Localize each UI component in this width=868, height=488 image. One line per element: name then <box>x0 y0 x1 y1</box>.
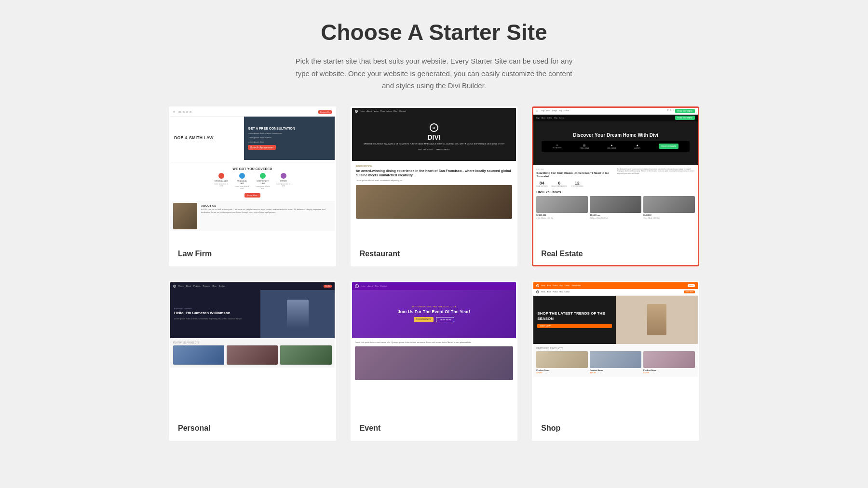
re-prop-1-price: $2,250,000 <box>536 214 588 216</box>
sh-model-image <box>647 304 666 335</box>
card-shop[interactable]: D Home About Product Blog Contact Theme … <box>532 281 699 441</box>
rest-desc-title: An award-winning dining experience in th… <box>356 169 513 177</box>
sh-hero-title: SHOP THE LATEST TRENDS OF THE SEASON <box>537 311 611 321</box>
re-stat-3-label: CITIES COVERED <box>571 185 583 187</box>
re-stats-title: Searching For Your Dream Home Doesn't Ne… <box>536 171 614 179</box>
preview-personal: D Home About Projects Resume Blog Contac… <box>170 282 335 417</box>
preview-event: D Home About Blog Contact SEPTEMBER 5TH,… <box>352 282 516 417</box>
rest-hero-title: DIVI <box>427 133 440 141</box>
re-stat-2-num: 6 <box>558 181 560 185</box>
card-label-shop: Shop <box>533 417 698 439</box>
card-restaurant[interactable]: D Home About Menu Reservations Blog Cont… <box>351 106 518 266</box>
re-stat-3-num: 12 <box>575 181 580 185</box>
rest-desc-text: Lorem ipsum dolor sit amet, consectetur … <box>356 179 513 182</box>
page-subtitle: Pick the starter site that best suits yo… <box>294 55 574 92</box>
card-label-law-firm: Law Firm <box>170 243 335 265</box>
preview-restaurant: D Home About Menu Reservations Blog Cont… <box>352 108 516 243</box>
re-stats-subtitle: LISTING <box>536 168 614 171</box>
page-header: Choose A Starter Site Pick the starter s… <box>169 19 699 92</box>
re-prop-2-details: 2 Offices, 2 Bath, 1,020 Sqft <box>590 217 641 219</box>
re-hero-title: Discover Your Dream Home With Divi <box>573 132 658 138</box>
card-real-estate[interactable]: Logo About Listings Shop Contact FXI FRE… <box>532 106 699 266</box>
card-event[interactable]: D Home About Blog Contact SEPTEMBER 5TH,… <box>351 281 518 441</box>
per-hero-name: Hello, I'm Cameron Williamson <box>174 311 257 316</box>
re-prop-2-price: $6,100 / mo <box>590 214 641 216</box>
re-exclusives-title: Divi Exclusives <box>536 190 695 194</box>
lf-consult: GET A FREE CONSULTATION <box>248 127 330 130</box>
lf-covered-title: WE GOT YOU COVERED <box>173 167 332 171</box>
card-personal[interactable]: D Home About Projects Resume Blog Contac… <box>169 281 336 441</box>
preview-real-estate: Logo About Listings Shop Contact FXI FRE… <box>533 108 698 243</box>
lf-about-title: ABOUT US <box>201 204 330 207</box>
re-prop-1-details: 4 Bed, 3 Baths, 2,650 Sqft <box>536 217 588 219</box>
page-wrapper: Choose A Starter Site Pick the starter s… <box>169 19 699 441</box>
preview-law-firm: Contact Us DOE & SMITH LAW GET A FREE CO… <box>170 108 335 243</box>
preview-shop: D Home About Product Blog Contact Theme … <box>533 282 698 417</box>
card-law-firm[interactable]: Contact Us DOE & SMITH LAW GET A FREE CO… <box>169 106 336 266</box>
re-cta-header: FREE ESTIMATE <box>675 109 695 113</box>
re-stat-1-num: 84 <box>540 181 544 185</box>
ev-hero-badge: SEPTEMBER 5TH, SAN FRANCISCO, CA <box>412 305 456 308</box>
starter-sites-grid: Contact Us DOE & SMITH LAW GET A FREE CO… <box>169 106 699 441</box>
card-label-real-estate: Real Estate <box>533 243 698 265</box>
lf-cta-btn: Book An Appointment <box>248 145 276 150</box>
ev-crowd-image <box>355 346 514 380</box>
page-title: Choose A Starter Site <box>169 19 699 45</box>
lf-firm-name: DOE & SMITH LAW <box>174 135 240 141</box>
rest-badge: AWARD WINNING <box>356 165 513 167</box>
re-prop-3-details: 3 Bed, 2 Bath, 1,820 Sqft <box>643 217 695 219</box>
card-label-personal: Personal <box>170 417 335 439</box>
rest-food-image <box>356 185 513 219</box>
re-stat-2-label: REAL ESTATE AGENTS <box>551 185 567 187</box>
rest-hero-sub: IMMERSE YOURSELF IN A WORLD OF EXQUISITE… <box>364 143 504 145</box>
re-prop-3-price: $649,000 <box>643 214 695 216</box>
re-stats-right-text: Our dedicated team of experienced real e… <box>617 168 695 188</box>
card-label-event: Event <box>352 417 516 439</box>
card-label-restaurant: Restaurant <box>352 243 516 265</box>
re-stat-1-label: IDEAL LISTINGS <box>536 185 547 187</box>
ev-hero-title: Join Us For The Event Of The Year! <box>398 309 470 315</box>
ev-body-text: Fusce velit quasi dolor ex sed ornare fe… <box>355 341 514 344</box>
